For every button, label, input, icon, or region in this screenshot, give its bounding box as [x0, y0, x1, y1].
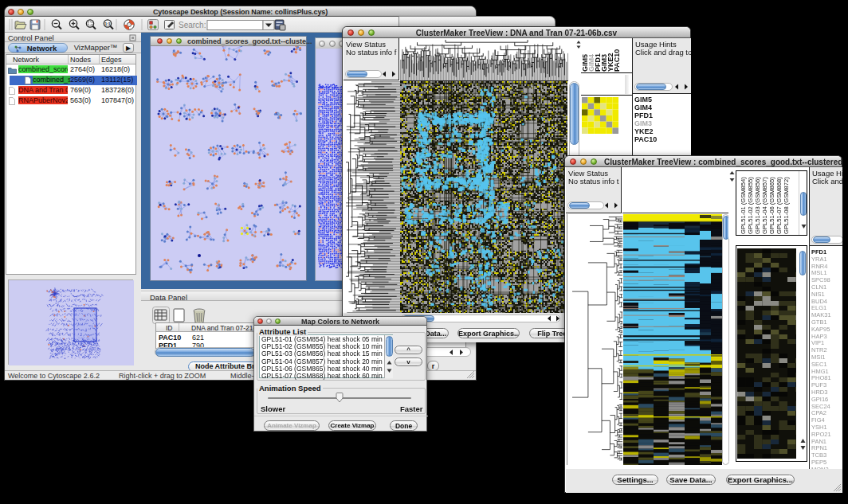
svg-text:GPL51-06 (GSM865): GPL51-06 (GSM865): [768, 177, 775, 234]
svg-text:Search:: Search:: [179, 21, 206, 29]
svg-text:GPL51-01 (GSM854): GPL51-01 (GSM854): [740, 177, 747, 234]
svg-text:PAC10: PAC10: [613, 49, 621, 72]
svg-text:GPL51-04 (GSM857): GPL51-04 (GSM857): [761, 177, 768, 234]
svg-text:GPL51-03 (GSM856): GPL51-03 (GSM856): [754, 177, 761, 234]
svg-text:GPL51-02 (GSM855): GPL51-02 (GSM855): [747, 177, 754, 234]
svg-text:GPL51-08 (GSM872): GPL51-08 (GSM872): [783, 177, 790, 234]
svg-text:1:1: 1:1: [104, 21, 110, 26]
svg-text:GPL51-07 (GSM868): GPL51-07 (GSM868): [775, 177, 783, 234]
